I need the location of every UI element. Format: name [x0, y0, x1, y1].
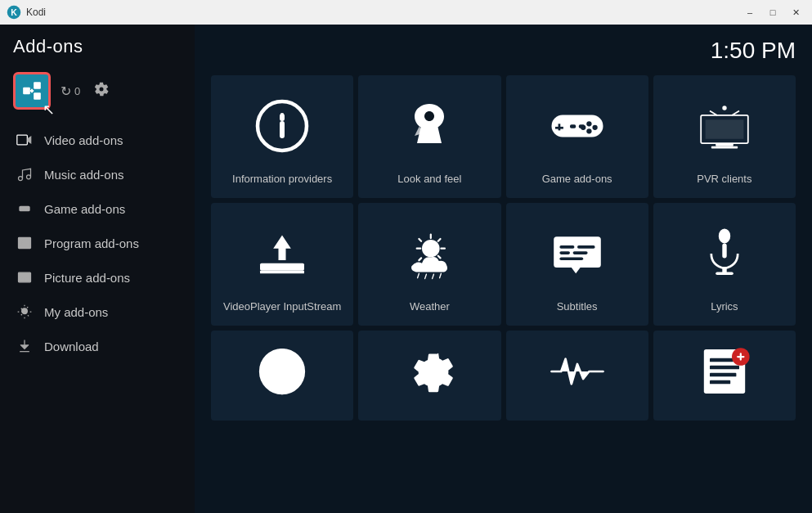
grid-item-context-addons[interactable]	[653, 331, 796, 421]
grid-item-look-and-feel[interactable]: Look and feel	[358, 75, 500, 198]
close-button[interactable]: ✕	[786, 4, 805, 20]
grid-item-subtitles[interactable]: Subtitles	[506, 203, 648, 326]
svg-rect-29	[260, 263, 304, 270]
svg-rect-27	[716, 143, 733, 146]
svg-rect-30	[260, 270, 304, 273]
grid-item-weather[interactable]: Weather	[358, 203, 500, 326]
grid-item-label: Look and feel	[397, 173, 461, 187]
addon-icon	[21, 80, 43, 101]
svg-line-32	[418, 273, 419, 277]
sidebar-item-label: Picture add-ons	[44, 271, 130, 285]
grid-item-services[interactable]	[211, 331, 353, 421]
globe-icon	[253, 342, 312, 401]
sidebar-item-picture-addons[interactable]: Picture add-ons	[0, 260, 195, 295]
sidebar-item-program-addons[interactable]: Program add-ons	[0, 226, 195, 260]
grid-item-information-providers[interactable]: Information providers	[211, 75, 353, 198]
svg-point-26	[722, 106, 726, 110]
svg-rect-45	[722, 267, 726, 272]
upload-icon	[253, 224, 312, 283]
content-header: 1:50 PM	[211, 38, 796, 64]
minimize-button[interactable]: –	[740, 4, 760, 20]
svg-text:K: K	[11, 7, 17, 17]
content-area: 1:50 PM Information providers	[195, 25, 812, 513]
info-icon-container	[218, 85, 347, 166]
look-icon	[400, 97, 459, 155]
sidebar-item-my-addons[interactable]: My add-ons	[0, 295, 195, 329]
svg-rect-8	[19, 237, 31, 248]
svg-rect-3	[34, 82, 41, 89]
grid-item-lyrics[interactable]: Lyrics	[653, 203, 796, 326]
svg-point-7	[27, 175, 31, 179]
svg-rect-52	[710, 366, 739, 370]
video-icon	[16, 132, 33, 148]
grid-item-label: Weather	[410, 300, 450, 314]
music-icon	[16, 166, 33, 182]
svg-line-34	[433, 274, 434, 278]
grid-item-label: Subtitles	[557, 300, 598, 314]
sidebar-item-label: Music add-ons	[44, 168, 124, 182]
lyrics-icon-container	[660, 213, 789, 294]
svg-rect-38	[559, 245, 574, 249]
svg-rect-54	[710, 380, 730, 385]
svg-rect-15	[555, 126, 563, 128]
svg-rect-42	[559, 257, 583, 260]
pulse-icon	[548, 342, 607, 401]
sidebar-item-label: Video add-ons	[44, 133, 123, 147]
myaddon-icon	[16, 304, 33, 320]
svg-rect-23	[705, 119, 743, 138]
sidebar-item-music-addons[interactable]: Music add-ons	[0, 157, 195, 191]
grid-item-label: VideoPlayer InputStream	[223, 300, 341, 314]
refresh-button[interactable]: ↻ 0	[61, 83, 80, 99]
grid-item-videoplayer-inputstream[interactable]: VideoPlayer InputStream	[211, 203, 353, 326]
sidebar-item-game-addons[interactable]: Game add-ons	[0, 191, 195, 226]
svg-rect-51	[710, 358, 733, 362]
sidebar-item-label: Game add-ons	[44, 202, 125, 216]
context-icon-container	[660, 340, 789, 403]
svg-rect-46	[716, 272, 733, 275]
sidebar-item-download[interactable]: Download	[0, 329, 195, 363]
svg-rect-44	[722, 243, 726, 258]
svg-rect-53	[710, 373, 736, 377]
gear-large-icon-container	[365, 340, 494, 403]
addon-manager-button[interactable]: ↖	[13, 72, 51, 110]
grid-item-audiodecoder[interactable]	[506, 331, 648, 421]
sidebar-item-video-addons[interactable]: Video add-ons	[0, 123, 195, 157]
lyrics-icon	[695, 224, 754, 283]
cursor: ↖	[43, 101, 55, 119]
grid-item-pvr-clients[interactable]: PVR clients	[653, 75, 796, 198]
svg-rect-21	[578, 124, 584, 128]
refresh-icon: ↻	[61, 83, 71, 99]
sidebar-item-label: Program add-ons	[44, 236, 139, 250]
grid-item-settings-addons[interactable]	[358, 331, 500, 421]
grid-item-game-addons[interactable]: Game add-ons	[506, 75, 648, 198]
weather-icon	[400, 224, 459, 283]
maximize-button[interactable]: □	[763, 4, 783, 20]
kodi-logo: K	[7, 5, 21, 20]
gear-large-icon	[400, 342, 459, 401]
svg-line-35	[440, 273, 442, 277]
gear-icon	[93, 81, 110, 97]
svg-point-18	[586, 128, 591, 133]
svg-point-31	[422, 239, 440, 257]
pvr-icon	[695, 97, 754, 155]
sidebar-header: Add-ons	[0, 25, 195, 64]
main-layout: Add-ons ↖ ↻ 0	[0, 25, 812, 513]
page-title: Add-ons	[13, 36, 83, 56]
svg-rect-2	[23, 88, 30, 95]
svg-rect-41	[572, 251, 587, 254]
svg-rect-39	[577, 245, 595, 249]
svg-point-6	[19, 177, 23, 181]
titlebar: K Kodi – □ ✕	[0, 0, 812, 25]
settings-button[interactable]	[93, 81, 110, 101]
grid-item-label: PVR clients	[697, 173, 751, 187]
download-icon	[16, 338, 33, 354]
svg-rect-28	[711, 146, 738, 148]
grid-item-label: Lyrics	[711, 300, 738, 314]
gamepad-icon	[16, 200, 33, 217]
time-display: 1:50 PM	[711, 38, 796, 64]
svg-rect-40	[559, 251, 570, 254]
svg-rect-5	[17, 135, 27, 145]
context-icon	[695, 342, 754, 401]
svg-line-33	[425, 274, 427, 278]
weather-icon-container	[365, 213, 494, 294]
